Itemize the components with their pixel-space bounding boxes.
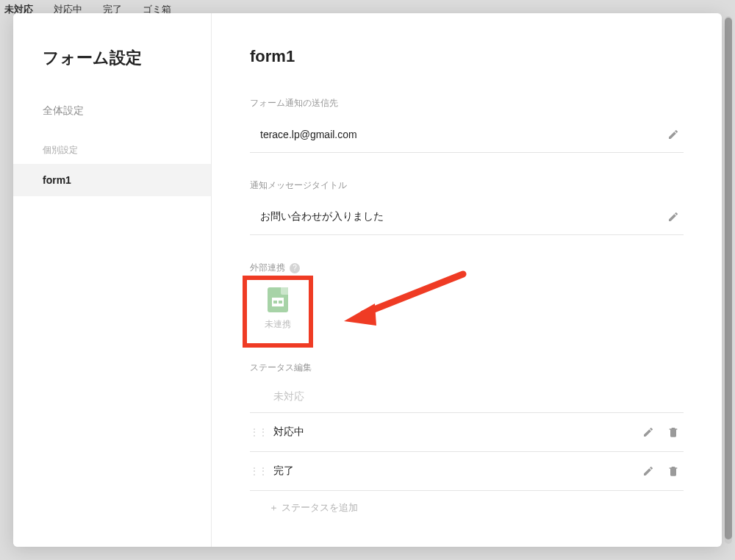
- settings-sidebar: フォーム設定 全体設定 個別設定 form1: [13, 13, 212, 547]
- edit-status-button[interactable]: [638, 422, 659, 442]
- notify-dest-label: フォーム通知の送信先: [250, 97, 684, 110]
- edit-notify-title-button[interactable]: [663, 207, 684, 227]
- help-icon[interactable]: ?: [290, 263, 300, 273]
- integration-google-sheets[interactable]: 未連携: [250, 281, 306, 334]
- delete-status-button[interactable]: [663, 422, 684, 442]
- status-row: ⋮⋮ 完了: [250, 452, 684, 491]
- pencil-icon: [642, 465, 654, 477]
- sidebar-title: フォーム設定: [13, 47, 211, 94]
- drag-handle-icon[interactable]: ⋮⋮: [250, 466, 263, 476]
- sidebar-section-individual: 個別設定: [13, 128, 211, 164]
- status-row: ⋮⋮ 対応中: [250, 413, 684, 452]
- pencil-icon: [642, 426, 654, 438]
- settings-content: form1 フォーム通知の送信先 terace.lp@gmail.com 通知メ…: [212, 13, 722, 547]
- content-title: form1: [250, 47, 684, 66]
- notify-title-row: お問い合わせが入りました: [250, 199, 684, 235]
- notify-dest-row: terace.lp@gmail.com: [250, 117, 684, 153]
- pencil-icon: [667, 129, 679, 140]
- add-status-button[interactable]: ＋ ステータスを追加: [250, 491, 684, 514]
- scrollbar-thumb[interactable]: [725, 18, 732, 539]
- notify-title-value: お問い合わせが入りました: [260, 210, 663, 223]
- svg-line-0: [363, 274, 463, 314]
- status-list: 未対応 ⋮⋮ 対応中 ⋮⋮ 完了: [250, 381, 684, 514]
- status-label: 対応中: [268, 426, 634, 439]
- integration-label: 外部連携 ?: [250, 262, 684, 274]
- edit-notify-dest-button[interactable]: [663, 124, 684, 145]
- delete-status-button[interactable]: [663, 461, 684, 481]
- trash-icon: [667, 465, 679, 477]
- notify-dest-value: terace.lp@gmail.com: [260, 129, 663, 140]
- svg-marker-1: [344, 304, 376, 326]
- notify-title-label: 通知メッセージタイトル: [250, 179, 684, 192]
- trash-icon: [667, 426, 679, 438]
- status-label: 完了: [268, 464, 634, 478]
- annotation-arrow-icon: [338, 268, 470, 334]
- sidebar-item-form1[interactable]: form1: [13, 164, 211, 196]
- edit-status-button[interactable]: [638, 461, 659, 481]
- sidebar-item-global[interactable]: 全体設定: [13, 94, 211, 128]
- settings-modal: フォーム設定 全体設定 個別設定 form1 form1 フォーム通知の送信先 …: [13, 13, 722, 547]
- integration-block: 未連携: [250, 281, 684, 334]
- status-placeholder: 未対応: [268, 390, 684, 403]
- drag-handle-icon[interactable]: ⋮⋮: [250, 427, 263, 437]
- status-row-placeholder: 未対応: [250, 381, 684, 413]
- integration-status: 未連携: [250, 318, 306, 331]
- scrollbar[interactable]: [725, 16, 732, 544]
- google-sheets-icon: [268, 287, 288, 312]
- status-edit-label: ステータス編集: [250, 362, 684, 374]
- pencil-icon: [667, 211, 679, 223]
